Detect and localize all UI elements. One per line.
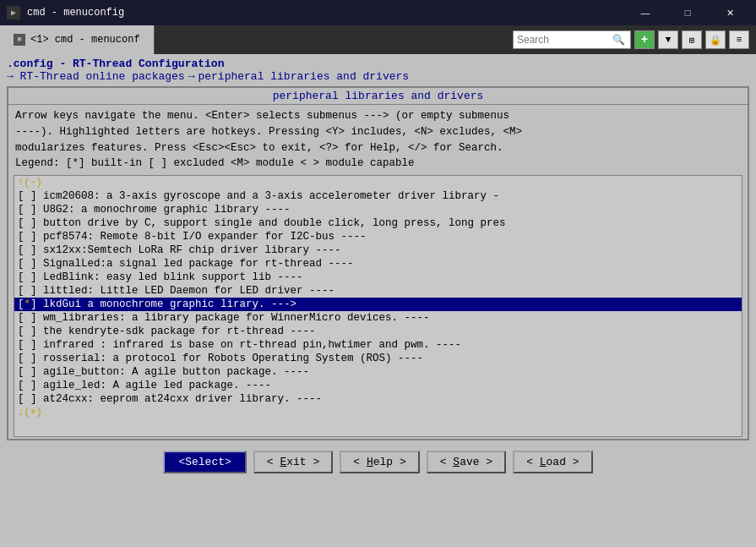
menu-item[interactable]: [ ] U8G2: a monochrome graphic library -… [14, 203, 742, 216]
menu-item[interactable]: [ ] button drive by C, support single an… [14, 216, 742, 230]
save-button[interactable]: < Save > [427, 451, 506, 473]
content-outer: peripheral libraries and drivers Arrow k… [7, 86, 749, 440]
toolbar-right: 🔍 + ▼ ⊞ 🔒 ≡ [513, 30, 756, 49]
active-tab[interactable]: ■ <1> cmd - menuconf [0, 25, 155, 54]
path-bar: .config - RT-Thread Configuration → RT-T… [0, 54, 756, 85]
menu-item[interactable]: [ ] wm_libraries: a library package for … [14, 311, 742, 325]
settings-button[interactable]: ≡ [729, 30, 749, 49]
title-bar-left: ▶ cmd - menuconfig [7, 6, 124, 19]
help-line-3: modularizes features. Press <Esc><Esc> t… [15, 140, 741, 156]
menu-item[interactable]: [ ] littled: Little LED Daemon for LED d… [14, 284, 742, 298]
menu-list: ↑(-) [ ] icm20608: a 3-axis gyroscope an… [14, 175, 742, 437]
search-box: 🔍 [513, 30, 631, 49]
help-line-1: Arrow keys navigate the menu. <Enter> se… [15, 108, 741, 124]
menu-items-container: [ ] icm20608: a 3-axis gyroscope and a 3… [14, 189, 742, 406]
menu-item[interactable]: [ ] infrared : infrared is base on rt-th… [14, 338, 742, 352]
search-input[interactable] [517, 34, 610, 46]
add-button[interactable]: + [634, 30, 655, 49]
menu-top-marker: ↑(-) [14, 176, 742, 189]
help-button[interactable]: < Help > [340, 451, 419, 473]
menu-item[interactable]: [ ] LedBlink: easy led blink support lib… [14, 271, 742, 284]
title-bar: ▶ cmd - menuconfig — □ ✕ [0, 0, 756, 25]
cmd-icon: ▶ [7, 6, 20, 19]
path-part1: → RT-Thread online packages [7, 70, 185, 83]
breadcrumb: → RT-Thread online packages → peripheral… [7, 70, 749, 83]
menu-bottom-marker: ↓(+) [14, 406, 742, 419]
maximize-button[interactable]: □ [668, 0, 707, 25]
menu-item[interactable]: [ ] pcf8574: Remote 8-bit I/O expander f… [14, 230, 742, 243]
dropdown-button[interactable]: ▼ [658, 30, 678, 49]
minimize-button[interactable]: — [626, 0, 665, 25]
menu-item[interactable]: [ ] agile_led: A agile led package. ---- [14, 379, 742, 392]
main-area: .config - RT-Thread Configuration → RT-T… [0, 54, 756, 482]
help-line-4: Legend: [*] built-in [ ] excluded <M> mo… [15, 156, 741, 172]
title-bar-title: cmd - menuconfig [27, 7, 124, 19]
exit-button[interactable]: < Exit > [253, 451, 333, 473]
config-path: .config - RT-Thread Configuration [7, 57, 749, 70]
menu-item[interactable]: [ ] icm20608: a 3-axis gyroscope and a 3… [14, 189, 742, 203]
menu-item[interactable]: [*] lkdGui a monochrome graphic lirary. … [14, 298, 742, 311]
select-button[interactable]: <Select> [163, 451, 246, 473]
help-text: Arrow keys navigate the menu. <Enter> se… [8, 105, 748, 173]
lock-button[interactable]: 🔒 [705, 30, 726, 49]
menu-item[interactable]: [ ] SignalLed:a signal led package for r… [14, 257, 742, 271]
menu-item[interactable]: [ ] the kendryte-sdk package for rt-thre… [14, 325, 742, 338]
menu-item[interactable]: [ ] sx12xx:Semtech LoRa RF chip driver l… [14, 243, 742, 257]
menu-item[interactable]: [ ] rosserial: a protocol for Robots Ope… [14, 352, 742, 365]
title-bar-controls: — □ ✕ [626, 0, 749, 25]
help-line-2: ----). Highlighted letters are hotkeys. … [15, 124, 741, 140]
content-header: peripheral libraries and drivers [8, 88, 748, 105]
action-bar: <Select> < Exit > < Help > < Save > < Lo… [0, 444, 756, 482]
path-separator: → [188, 70, 195, 83]
menu-item[interactable]: [ ] at24cxx: eeprom at24cxx driver libra… [14, 392, 742, 406]
menu-item[interactable]: [ ] agile_button: A agile button package… [14, 365, 742, 379]
tab-label: <1> cmd - menuconf [30, 34, 140, 46]
tab-bar: ■ <1> cmd - menuconf 🔍 + ▼ ⊞ 🔒 ≡ [0, 25, 756, 54]
grid-button[interactable]: ⊞ [682, 30, 702, 49]
load-button[interactable]: < Load > [513, 451, 592, 473]
close-button[interactable]: ✕ [710, 0, 749, 25]
search-icon[interactable]: 🔍 [610, 31, 627, 48]
tab-icon: ■ [14, 34, 25, 46]
path-part2: peripheral libraries and drivers [198, 70, 409, 83]
